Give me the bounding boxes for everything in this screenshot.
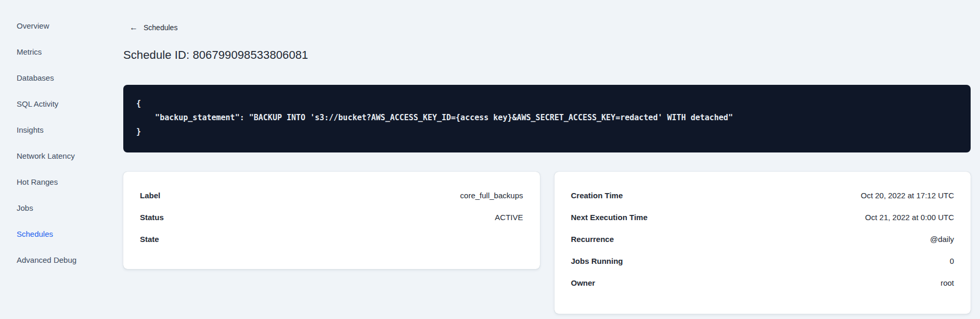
schedule-details-card: Label core_full_backups Status ACTIVE St… <box>123 172 540 269</box>
row-value: @daily <box>930 235 954 244</box>
row-label: Jobs Running <box>571 257 623 265</box>
detail-row-status: Status ACTIVE <box>123 206 540 228</box>
row-label: Next Execution Time <box>571 213 648 222</box>
sidebar-item-databases[interactable]: Databases <box>0 65 104 91</box>
detail-row-state: State <box>123 228 540 250</box>
code-line: "backup_statement": "BACKUP INTO 's3://b… <box>136 111 956 125</box>
meta-row-jobs-running: Jobs Running 0 <box>555 250 971 272</box>
row-label: Owner <box>571 278 596 287</box>
row-value: 0 <box>950 257 954 265</box>
row-value: Oct 20, 2022 at 17:12 UTC <box>861 191 954 200</box>
row-label: Recurrence <box>571 235 614 244</box>
sidebar-item-jobs[interactable]: Jobs <box>0 195 104 221</box>
schedule-detail-page: Overview Metrics Databases SQL Activity … <box>0 0 980 319</box>
sidebar-item-hot-ranges[interactable]: Hot Ranges <box>0 169 104 195</box>
detail-row-label: Label core_full_backups <box>123 184 540 206</box>
sidebar-item-sql-activity[interactable]: SQL Activity <box>0 91 104 117</box>
row-label: Label <box>140 191 160 200</box>
page-title: Schedule ID: 806799098533806081 <box>123 48 971 62</box>
meta-row-owner: Owner root <box>555 272 971 294</box>
schedule-meta-card: Creation Time Oct 20, 2022 at 17:12 UTC … <box>555 172 971 314</box>
sidebar-item-schedules[interactable]: Schedules <box>0 221 104 247</box>
sidebar-item-network-latency[interactable]: Network Latency <box>0 143 104 169</box>
back-link[interactable]: ← Schedules <box>123 22 971 32</box>
schedule-definition-code: { "backup_statement": "BACKUP INTO 's3:/… <box>123 85 971 152</box>
row-value: core_full_backups <box>460 191 523 200</box>
row-value: ACTIVE <box>495 213 523 222</box>
row-value: Oct 21, 2022 at 0:00 UTC <box>865 213 954 222</box>
code-line: { <box>136 97 956 111</box>
row-label: Status <box>140 213 164 222</box>
sidebar-nav: Overview Metrics Databases SQL Activity … <box>0 12 104 273</box>
sidebar-item-metrics[interactable]: Metrics <box>0 39 104 65</box>
meta-row-creation-time: Creation Time Oct 20, 2022 at 17:12 UTC <box>555 184 971 206</box>
code-line: } <box>136 125 956 139</box>
row-label: State <box>140 235 159 244</box>
meta-row-recurrence: Recurrence @daily <box>555 228 971 250</box>
row-value: root <box>940 278 954 287</box>
detail-cards: Label core_full_backups Status ACTIVE St… <box>123 172 971 314</box>
sidebar-item-overview[interactable]: Overview <box>0 12 104 39</box>
row-label: Creation Time <box>571 191 623 200</box>
back-link-label: Schedules <box>144 23 177 32</box>
sidebar-item-insights[interactable]: Insights <box>0 117 104 143</box>
meta-row-next-execution-time: Next Execution Time Oct 21, 2022 at 0:00… <box>555 206 971 228</box>
back-arrow-icon: ← <box>130 23 138 32</box>
main-content: ← Schedules Schedule ID: 806799098533806… <box>123 0 971 314</box>
sidebar-item-advanced-debug[interactable]: Advanced Debug <box>0 247 104 273</box>
